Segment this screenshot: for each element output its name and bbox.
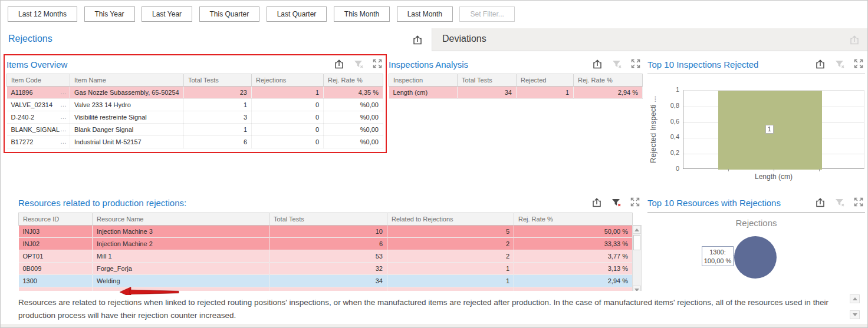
export-icon[interactable] <box>814 197 826 208</box>
table-row[interactable]: VALVE_02314… Valve 233 14 Hydro 1 0 %0,0… <box>7 99 383 111</box>
column-header[interactable]: Resource ID <box>19 213 93 226</box>
export-icon[interactable] <box>849 34 860 46</box>
total-tests: 1 <box>184 99 252 111</box>
column-header[interactable]: Item Code <box>7 74 70 87</box>
export-icon[interactable] <box>412 34 423 46</box>
table-row[interactable]: D-240-2… Visibilité restreinte Signal 3 … <box>7 111 383 124</box>
table-row[interactable]: INJ03 Injection Machine 3 10 5 50,00 % <box>19 226 633 238</box>
dashboard-screen: Last 12 Months This Year Last Year This … <box>0 0 868 328</box>
pie-slice-1300[interactable] <box>734 236 777 279</box>
top10-inspections-panel: Top 10 Inspections Rejected Rejected Ins… <box>647 57 865 184</box>
items-overview-title: Items Overview <box>6 59 67 69</box>
table-row[interactable]: A11896… Gas Nozzle Subassembly, 65-50254… <box>7 87 383 99</box>
scrollbar-thumb[interactable] <box>633 235 640 250</box>
scroll-down-arrow[interactable] <box>850 310 860 319</box>
items-overview-panel: Items Overview Item Code Item Name Total… <box>6 57 384 148</box>
export-icon[interactable] <box>333 58 345 70</box>
filter-button-last-month[interactable]: Last Month <box>397 6 453 22</box>
table-row[interactable]: BLANK_SIGNAL… Blank Danger Signal 1 0 %0… <box>7 124 383 136</box>
rejections: 0 <box>252 136 324 148</box>
column-header[interactable]: Rejections <box>252 74 324 87</box>
filter-button-this-month[interactable]: This Month <box>334 6 390 22</box>
rej-rate: 3,13 % <box>514 263 633 275</box>
filter-button-this-quarter[interactable]: This Quarter <box>199 6 260 22</box>
clear-filter-icon[interactable] <box>353 58 364 70</box>
column-header[interactable]: Rej. Rate % <box>324 74 383 87</box>
filter-button-last-year[interactable]: Last Year <box>142 6 192 22</box>
expand-icon[interactable] <box>372 58 384 70</box>
total-tests: 1 <box>184 124 252 136</box>
column-header[interactable]: Total Tests <box>458 74 517 87</box>
column-header[interactable]: Rej. Rate % <box>574 74 643 87</box>
scroll-up-arrow[interactable] <box>633 226 641 234</box>
table-row-selected[interactable]: 1300 Welding 34 1 2,94 % <box>19 275 633 287</box>
resources-table: Resource ID Resource Name Total Tests Re… <box>18 213 633 295</box>
item-code: BLANK_SIGNAL <box>11 126 60 133</box>
pie-chart-title: Rejections <box>647 218 865 228</box>
export-icon[interactable] <box>814 58 826 70</box>
total-tests: 10 <box>269 226 387 238</box>
expand-icon[interactable] <box>630 58 642 70</box>
tab-rejections[interactable]: Rejections <box>1 28 432 51</box>
set-filter-button[interactable]: Set Filter... <box>459 6 514 22</box>
column-header[interactable]: Related to Rejections <box>387 213 514 226</box>
scroll-up-arrow[interactable] <box>850 294 860 303</box>
clear-filter-icon[interactable] <box>834 197 846 208</box>
table-row[interactable]: Length (cm) 34 1 2,94 % <box>389 87 643 99</box>
related-to-rejections: 1 <box>387 263 514 275</box>
total-tests: 6 <box>184 136 252 148</box>
column-header[interactable]: Rejected <box>517 74 574 87</box>
total-tests: 6 <box>269 238 387 250</box>
filter-button-last-12-months[interactable]: Last 12 Months <box>8 6 77 22</box>
column-header[interactable]: Total Tests <box>269 213 387 226</box>
column-header[interactable]: Total Tests <box>184 74 252 87</box>
y-tick-label: 1 <box>660 86 679 93</box>
top10-inspections-title: Top 10 Inspections Rejected <box>647 59 758 69</box>
item-name: Industrial Unit M-52157 <box>70 136 184 148</box>
total-tests: 34 <box>269 275 387 287</box>
resource-name: Mill 1 <box>93 250 269 263</box>
table-row[interactable]: B17272… Industrial Unit M-52157 6 0 %0,0… <box>7 136 383 148</box>
column-header[interactable]: Resource Name <box>93 213 269 226</box>
table-header-row: Inspection Total Tests Rejected Rej. Rat… <box>389 74 643 87</box>
y-tick-label: 0,8 <box>660 102 679 109</box>
table-row[interactable]: INJ02 Injection Machine 2 6 2 33,33 % <box>19 238 633 250</box>
column-header[interactable]: Inspection <box>389 74 458 87</box>
x-tick <box>774 169 774 171</box>
expand-icon[interactable] <box>853 197 865 208</box>
total-tests: 32 <box>269 263 387 275</box>
footer-note-text: Resources are related to rejections when… <box>18 296 843 322</box>
pie-callout-label: 1300: 100,00 % <box>702 246 734 266</box>
item-name: Blank Danger Signal <box>70 124 184 136</box>
y-tick-label: 0,4 <box>660 133 679 140</box>
total-tests: 53 <box>269 250 387 263</box>
related-to-rejections: 5 <box>387 226 514 238</box>
panel-divider <box>647 74 865 74</box>
clear-filter-icon[interactable] <box>834 58 846 70</box>
expand-icon[interactable] <box>630 197 642 208</box>
total-tests: 23 <box>184 87 252 99</box>
ellipsis: … <box>60 125 67 132</box>
rej-rate: %0,00 <box>324 99 383 111</box>
callout-line1: 1300: <box>702 248 733 257</box>
expand-icon[interactable] <box>853 58 865 70</box>
table-scrollbar[interactable] <box>632 225 642 294</box>
inspection-name: Length (cm) <box>389 87 458 99</box>
tab-deviations[interactable]: Deviations <box>432 28 868 51</box>
export-icon[interactable] <box>591 58 603 70</box>
resources-title: Resources related to production rejectio… <box>18 198 186 208</box>
inspections-analysis-table: Inspection Total Tests Rejected Rej. Rat… <box>389 74 643 99</box>
table-row[interactable]: OPT01 Mill 1 53 2 3,77 % <box>19 250 633 263</box>
tab-rejections-label: Rejections <box>8 34 52 44</box>
column-header[interactable]: Item Name <box>70 74 184 87</box>
filter-button-last-quarter[interactable]: Last Quarter <box>267 6 327 22</box>
footer-note-area: Resources are related to rejections when… <box>1 291 868 324</box>
column-header[interactable]: Rej. Rate % <box>514 213 633 226</box>
table-row[interactable]: 0B009 Forge_Forja 32 1 3,13 % <box>19 263 633 275</box>
export-icon[interactable] <box>591 197 603 208</box>
y-tick-label: 0 <box>660 165 679 172</box>
y-tick-label: 0,6 <box>660 118 679 125</box>
filter-button-this-year[interactable]: This Year <box>84 6 135 22</box>
clear-filter-icon-active[interactable] <box>610 197 622 208</box>
clear-filter-icon[interactable] <box>611 58 623 70</box>
